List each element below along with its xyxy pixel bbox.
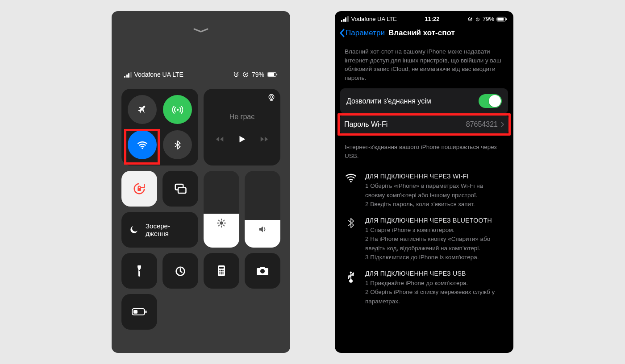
wifi-button[interactable] — [128, 130, 157, 159]
volume-slider[interactable] — [245, 171, 280, 248]
rotation-lock-red-icon — [133, 182, 146, 195]
svg-point-5 — [176, 108, 178, 110]
svg-point-23 — [222, 272, 224, 273]
allow-others-label: Дозволити з'єднання усім — [346, 97, 431, 105]
antenna-icon — [172, 104, 183, 115]
svg-point-6 — [142, 147, 143, 149]
allow-group: Дозволити з'єднання усім — [340, 88, 508, 114]
focus-label: Зосере- дження — [146, 222, 170, 238]
media-title: Не грає — [229, 113, 255, 121]
clock: 11:22 — [397, 16, 467, 22]
volume-icon — [258, 224, 267, 234]
svg-point-27 — [260, 269, 265, 273]
media-module[interactable]: Не грає — [204, 89, 280, 165]
allow-others-cell[interactable]: Дозволити з'єднання усім — [340, 88, 508, 114]
play-icon[interactable] — [237, 134, 247, 144]
svg-rect-30 — [146, 310, 147, 313]
svg-rect-9 — [138, 188, 141, 191]
help-usb-line: 1 Приєднайте iPhone до комп'ютера. — [365, 279, 504, 288]
svg-point-21 — [219, 272, 221, 273]
camera-tile[interactable] — [245, 253, 280, 289]
rotation-lock-tile[interactable] — [121, 171, 157, 207]
calculator-tile[interactable] — [204, 253, 239, 289]
flashlight-icon — [134, 265, 145, 277]
bluetooth-icon — [173, 140, 183, 150]
back-label: Параметри — [346, 29, 385, 37]
rotation-lock-icon — [467, 17, 473, 22]
help-usb-line: 2 Оберіть iPhone зі списку мережевих слу… — [365, 288, 504, 306]
focus-tile[interactable]: Зосере- дження — [121, 212, 198, 248]
svg-point-36 — [350, 181, 351, 182]
password-highlight-annotation: Пароль Wi-Fi 87654321 — [338, 113, 511, 136]
rotation-lock-icon — [242, 71, 249, 78]
low-power-icon — [132, 308, 147, 316]
wifi-password-value: 87654321 — [466, 120, 498, 128]
svg-rect-4 — [276, 74, 277, 75]
battery-icon — [267, 72, 278, 77]
help-wifi-heading: ДЛЯ ПІДКЛЮЧЕННЯ ЧЕРЕЗ WI-FI — [365, 173, 504, 180]
bluetooth-button[interactable] — [163, 130, 192, 159]
flashlight-tile[interactable] — [121, 253, 157, 289]
intro-text: Власний хот-спот на вашому iPhone може н… — [335, 45, 513, 88]
airplay-icon[interactable] — [267, 93, 276, 102]
svg-rect-34 — [497, 17, 504, 20]
cellular-data-button[interactable] — [163, 95, 192, 124]
svg-rect-35 — [506, 18, 507, 20]
svg-point-26 — [222, 273, 224, 275]
control-center-screen: Vodafone UA LTE 79% — [112, 11, 290, 353]
page-title: Власний хот-спот — [388, 29, 455, 37]
back-button[interactable]: Параметри — [339, 29, 385, 37]
usb-sharing-text: Інтернет-з'єднання вашого iPhone поширює… — [335, 136, 513, 166]
airplane-icon — [137, 104, 148, 115]
timer-tile[interactable] — [162, 253, 198, 289]
carrier-label: Vodafone UA LTE — [351, 16, 397, 22]
calculator-icon — [216, 265, 227, 277]
forward-icon[interactable] — [259, 134, 269, 144]
svg-rect-29 — [133, 310, 138, 314]
hotspot-settings-screen: Vodafone UA LTE 11:22 79% Параметри Влас… — [335, 11, 513, 353]
svg-point-25 — [221, 273, 222, 275]
help-bt-heading: ДЛЯ ПІДКЛЮЧЕННЯ ЧЕРЕЗ BLUETOOTH — [365, 217, 504, 224]
svg-point-37 — [353, 273, 354, 274]
signal-bars-icon — [124, 72, 132, 78]
allow-toggle[interactable] — [479, 94, 502, 108]
chevron-left-icon — [339, 29, 345, 37]
grabber-icon[interactable] — [193, 28, 208, 31]
airplane-mode-button[interactable] — [128, 95, 157, 124]
svg-rect-3 — [268, 73, 274, 76]
help-wifi-line: 1 Оберіть «iPhone» в параметрах Wi-Fi на… — [365, 182, 504, 200]
battery-icon — [496, 17, 507, 22]
moon-icon — [129, 224, 139, 235]
svg-rect-11 — [178, 188, 186, 194]
cc-status-bar: Vodafone UA LTE 79% — [112, 71, 290, 78]
svg-point-19 — [221, 270, 222, 271]
svg-point-7 — [269, 95, 274, 100]
svg-rect-38 — [348, 278, 349, 279]
wifi-password-cell[interactable]: Пароль Wi-Fi 87654321 — [340, 116, 508, 133]
chevron-right-icon — [500, 121, 504, 128]
svg-point-14 — [139, 270, 140, 272]
carrier-label: Vodafone UA LTE — [134, 71, 183, 78]
alarm-icon — [475, 17, 480, 22]
nav-bar: Параметри Власний хот-спот — [335, 24, 513, 45]
svg-rect-17 — [219, 267, 224, 269]
wifi-password-label: Пароль Wi-Fi — [344, 120, 388, 128]
battery-percent: 79% — [483, 16, 494, 22]
wifi-icon — [137, 139, 148, 151]
svg-rect-13 — [138, 265, 141, 268]
svg-point-22 — [221, 272, 222, 273]
camera-icon — [256, 265, 269, 276]
help-bt-line: 2 На iPhone натисніть кнопку «Спарити» а… — [365, 235, 504, 253]
usb-icon — [345, 270, 357, 306]
low-power-tile[interactable] — [121, 294, 157, 330]
bluetooth-icon — [345, 217, 357, 262]
screen-mirroring-tile[interactable] — [162, 171, 198, 207]
wifi-icon — [345, 173, 357, 209]
help-wifi-line: 2 Введіть пароль, коли з'явиться запит. — [365, 200, 504, 209]
brightness-slider[interactable] — [204, 171, 239, 248]
connectivity-module — [121, 89, 198, 165]
settings-status-bar: Vodafone UA LTE 11:22 79% — [335, 11, 513, 24]
help-bt-line: 3 Підключитися до iPhone із комп'ютера. — [365, 253, 504, 262]
svg-point-12 — [220, 222, 223, 225]
rewind-icon[interactable] — [215, 134, 225, 144]
